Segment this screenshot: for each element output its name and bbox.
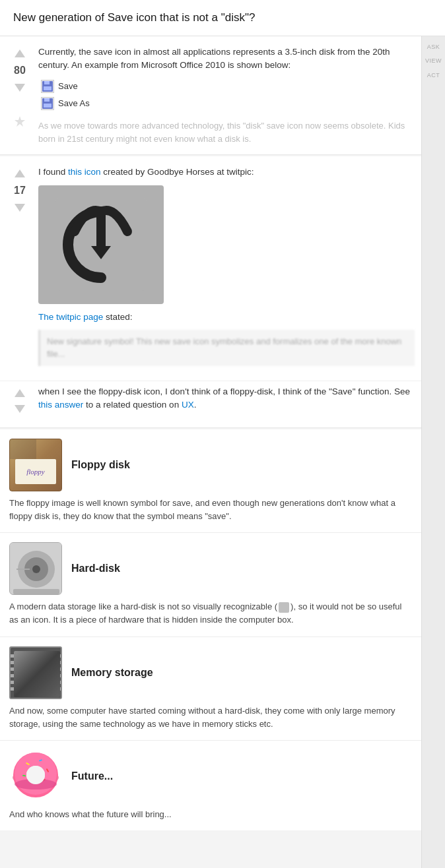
save-as-icon-row: Save As: [38, 96, 415, 111]
post-text-2b: when I see the floppy-disk icon, I don't…: [38, 385, 415, 412]
floppy-header: floppy Floppy disk: [9, 439, 408, 491]
twitpic-image: [38, 185, 164, 304]
harddisk-title: Hard-disk: [71, 561, 120, 576]
svg-rect-4: [44, 81, 50, 84]
svg-rect-8: [44, 104, 51, 108]
upvote-button-2b[interactable]: [13, 387, 27, 401]
svg-rect-27: [11, 681, 14, 684]
downvote-button-2[interactable]: [13, 200, 27, 214]
post-body-2b: when I see the floppy-disk icon, I don't…: [33, 385, 415, 419]
upvote-icon-2b: [14, 388, 26, 400]
svg-rect-7: [44, 98, 50, 102]
svg-marker-1: [15, 84, 25, 92]
svg-rect-23: [11, 654, 14, 658]
harddisk-item: Hard-disk A modern data storage like a h…: [0, 533, 421, 636]
svg-rect-30: [60, 661, 62, 664]
vote-count-2: 17: [14, 183, 26, 199]
post-text-2a: I found this icon created by Goodbye Hor…: [38, 166, 415, 179]
svg-marker-2: [15, 116, 25, 127]
vote-section-1: 80: [7, 46, 33, 146]
page-wrapper: New generation of Save icon that is not …: [0, 0, 445, 868]
donut-icon-container: [9, 750, 62, 803]
vote-count-1: 80: [14, 63, 26, 78]
save-icon-row: Save: [38, 78, 415, 94]
svg-rect-24: [11, 661, 14, 664]
memory-title: Memory storage: [71, 665, 153, 681]
svg-rect-31: [60, 667, 62, 671]
floppy-title: Floppy disk: [71, 457, 130, 473]
hard-disk-svg: [10, 543, 62, 595]
text-before-link: I found: [38, 167, 68, 177]
post-body-2: I found this icon created by Goodbye Hor…: [33, 166, 415, 371]
svg-rect-22: [14, 651, 60, 697]
text-5: .: [194, 400, 197, 410]
donut-svg: [9, 750, 62, 803]
svg-rect-26: [11, 674, 14, 677]
twitpic-page-link[interactable]: The twitpic page: [38, 312, 103, 322]
memory-item: Memory storage And now, some computer ha…: [0, 637, 421, 741]
floppy-desc: The floppy image is well known symbol fo…: [9, 497, 408, 523]
favorite-button-1[interactable]: [13, 114, 27, 129]
post-text-1: Currently, the save icon in almost all a…: [38, 46, 415, 73]
downvote-button-2b[interactable]: [13, 401, 27, 416]
right-panel-act: ACT: [427, 70, 440, 82]
svg-rect-20: [13, 589, 59, 594]
svg-rect-32: [60, 674, 62, 677]
floppy-item: floppy Floppy disk The floppy image is w…: [0, 429, 421, 533]
this-answer-link[interactable]: this answer: [38, 400, 83, 410]
floppy-disk-icon: floppy: [9, 439, 62, 491]
memory-desc: And now, some computer have started comi…: [9, 704, 408, 731]
post-1: 80 Currently, the save icon in almo: [0, 36, 421, 156]
save-as-icon: [42, 98, 53, 109]
future-header: Future...: [9, 750, 408, 803]
save-icon-graphic: [55, 199, 147, 291]
svg-marker-14: [15, 405, 25, 413]
memory-svg: [11, 648, 62, 699]
save-as-icon-img: [41, 97, 54, 110]
right-panel-ask: ASK: [427, 42, 440, 53]
harddisk-inline-icon: [279, 602, 289, 613]
downvote-button-1[interactable]: [13, 80, 27, 94]
svg-rect-34: [60, 687, 62, 691]
blurred-quote: New signature symbol! This new save icon…: [38, 330, 415, 366]
harddisk-header: Hard-disk: [9, 542, 408, 595]
blurred-quote-text: New signature symbol! This new save icon…: [47, 336, 401, 359]
page-title: New generation of Save icon that is not …: [13, 9, 432, 26]
memory-header: Memory storage: [9, 646, 408, 699]
future-item: Future... And who knows what the future …: [0, 741, 421, 830]
upvote-button-2[interactable]: [13, 167, 27, 181]
posts-area: 80 Currently, the save icon in almo: [0, 36, 421, 869]
downvote-icon-2: [14, 201, 26, 213]
post-2: 17 I found this icon created by Goodbye …: [0, 156, 421, 428]
twitpic-stated-text: The twitpic page stated:: [38, 311, 415, 324]
save-label: Save: [58, 80, 78, 93]
floppy-label: floppy: [15, 459, 56, 484]
downvote-icon-1: [14, 81, 26, 93]
stated-word: stated:: [103, 312, 132, 322]
svg-rect-33: [60, 681, 62, 684]
upvote-button-1[interactable]: [13, 47, 27, 61]
svg-marker-10: [15, 204, 25, 212]
office-icons: Save Save As: [38, 78, 415, 111]
save-icon: [42, 81, 53, 92]
post-2-part2: when I see the floppy-disk icon, I don't…: [0, 381, 421, 428]
svg-marker-13: [15, 389, 25, 397]
ux-link[interactable]: UX: [182, 400, 194, 410]
post-text-faded: As we move towards more advanced technol…: [38, 119, 415, 145]
svg-rect-29: [60, 654, 62, 658]
right-panel: ASK VIEW ACT: [421, 36, 445, 869]
downvote-icon-2b: [14, 402, 26, 414]
harddisk-desc-start: A modern data storage like a hard-disk i…: [9, 602, 277, 611]
page-title-bar: New generation of Save icon that is not …: [0, 0, 445, 36]
save-icon-img: [41, 80, 54, 93]
future-title: Future...: [71, 768, 113, 784]
harddisk-desc: A modern data storage like a hard-disk i…: [9, 600, 408, 627]
upvote-icon-1: [14, 48, 26, 60]
svg-point-18: [32, 565, 40, 573]
this-icon-link[interactable]: this icon: [68, 167, 101, 177]
vote-section-2b: [7, 385, 33, 419]
svg-rect-5: [44, 86, 51, 90]
hard-disk-icon: [9, 542, 62, 595]
svg-rect-28: [11, 687, 14, 691]
text-4: to a related question on: [83, 400, 182, 410]
